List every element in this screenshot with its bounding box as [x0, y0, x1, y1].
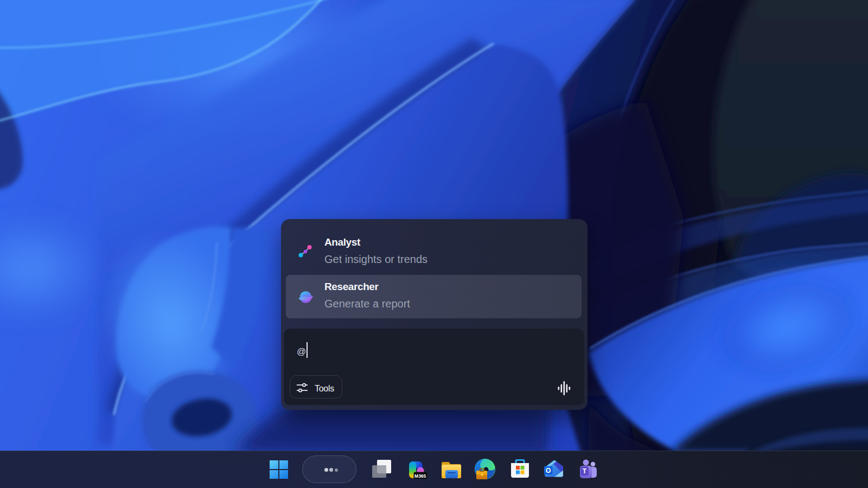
svg-text:T: T: [583, 467, 587, 475]
svg-text:O: O: [546, 467, 551, 474]
svg-text:M365: M365: [414, 473, 426, 479]
